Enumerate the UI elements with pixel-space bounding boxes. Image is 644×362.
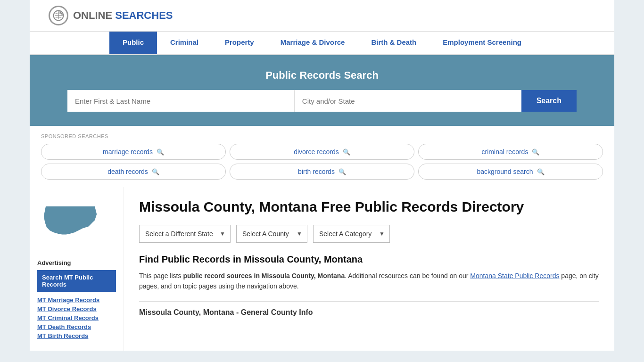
pill-divorce-records-text: divorce records bbox=[294, 148, 339, 156]
pill-birth-records-text: birth records bbox=[298, 168, 335, 175]
nav-property[interactable]: Property bbox=[212, 32, 267, 54]
pill-background-search[interactable]: background search 🔍 bbox=[418, 164, 603, 180]
search-banner-title: Public Records Search bbox=[49, 69, 595, 82]
ad-box[interactable]: Search MT Public Records bbox=[37, 270, 116, 292]
advertising-label: Advertising bbox=[37, 259, 116, 266]
pill-divorce-records[interactable]: divorce records 🔍 bbox=[230, 144, 414, 160]
sidebar-link-criminal[interactable]: MT Criminal Records bbox=[37, 314, 116, 321]
nav-marriage-divorce[interactable]: Marriage & Divorce bbox=[267, 32, 358, 54]
search-form: Search bbox=[67, 90, 577, 112]
pill-birth-records[interactable]: birth records 🔍 bbox=[230, 164, 414, 180]
sidebar-link-birth[interactable]: MT Birth Records bbox=[37, 332, 116, 339]
search-banner: Public Records Search Search bbox=[30, 55, 614, 126]
pill-background-search-text: background search bbox=[477, 168, 533, 175]
pill-marriage-records-text: marriage records bbox=[103, 148, 153, 156]
find-description: This page lists public record sources in… bbox=[139, 271, 599, 292]
nav-birth-death[interactable]: Birth & Death bbox=[358, 32, 429, 54]
sidebar-link-divorce[interactable]: MT Divorce Records bbox=[37, 305, 116, 313]
search-button[interactable]: Search bbox=[521, 90, 577, 112]
find-desc-bold: public record sources in Missoula County… bbox=[183, 272, 345, 280]
sidebar-link-death[interactable]: MT Death Records bbox=[37, 323, 116, 330]
header: ONLINE SEARCHES bbox=[30, 0, 614, 32]
logo-online: ONLINE bbox=[73, 9, 112, 21]
search-icon-1: 🔍 bbox=[157, 148, 164, 156]
search-icon-5: 🔍 bbox=[339, 168, 346, 175]
content-area: Advertising Search MT Public Records MT … bbox=[30, 187, 614, 351]
county-dropdown[interactable]: Select A County bbox=[242, 225, 301, 242]
find-link[interactable]: Montana State Public Records bbox=[470, 272, 559, 280]
nav-criminal[interactable]: Criminal bbox=[157, 32, 212, 54]
find-desc-2: . Additional resources can be found on o… bbox=[345, 272, 470, 280]
search-icon-6: 🔍 bbox=[537, 168, 545, 175]
nav-employment[interactable]: Employment Screening bbox=[429, 32, 535, 54]
logo: ONLINE SEARCHES bbox=[49, 6, 173, 25]
main-nav: Public Criminal Property Marriage & Divo… bbox=[30, 32, 614, 55]
county-dropdown-wrapper: Select A County ▼ bbox=[236, 225, 307, 243]
logo-text: ONLINE SEARCHES bbox=[73, 9, 173, 22]
pill-death-records[interactable]: death records 🔍 bbox=[41, 164, 226, 180]
pill-death-records-text: death records bbox=[107, 168, 148, 175]
sponsored-section: SPONSORED SEARCHES marriage records 🔍 di… bbox=[30, 126, 614, 187]
dropdown-row: Select a Different State ▼ Select A Coun… bbox=[139, 225, 599, 243]
search-pills: marriage records 🔍 divorce records 🔍 cri… bbox=[41, 144, 603, 180]
logo-searches: SEARCHES bbox=[115, 9, 173, 21]
state-dropdown[interactable]: Select a Different State bbox=[145, 225, 224, 242]
find-desc-1: This page lists bbox=[139, 272, 183, 280]
name-input[interactable] bbox=[67, 90, 295, 112]
main-section: Missoula County, Montana Free Public Rec… bbox=[124, 187, 614, 351]
sponsored-label: SPONSORED SEARCHES bbox=[41, 133, 603, 139]
search-icon-3: 🔍 bbox=[532, 148, 539, 156]
location-input[interactable] bbox=[295, 90, 521, 112]
state-map bbox=[37, 197, 116, 250]
county-info-title: Missoula County, Montana - General Count… bbox=[139, 301, 599, 317]
logo-icon bbox=[49, 6, 68, 25]
category-dropdown-wrapper: Select A Category ▼ bbox=[313, 225, 390, 243]
search-icon-4: 🔍 bbox=[152, 168, 159, 175]
nav-public[interactable]: Public bbox=[109, 32, 157, 54]
pill-criminal-records[interactable]: criminal records 🔍 bbox=[418, 144, 603, 160]
state-dropdown-wrapper: Select a Different State ▼ bbox=[139, 225, 231, 243]
pill-criminal-records-text: criminal records bbox=[482, 148, 528, 156]
find-title: Find Public Records in Missoula County, … bbox=[139, 254, 599, 265]
search-icon-2: 🔍 bbox=[343, 148, 350, 156]
sidebar-link-marriage[interactable]: MT Marriage Records bbox=[37, 296, 116, 304]
pill-marriage-records[interactable]: marriage records 🔍 bbox=[41, 144, 226, 160]
sidebar: Advertising Search MT Public Records MT … bbox=[30, 187, 124, 351]
page-title: Missoula County, Montana Free Public Rec… bbox=[139, 198, 599, 215]
category-dropdown[interactable]: Select A Category bbox=[319, 225, 384, 242]
